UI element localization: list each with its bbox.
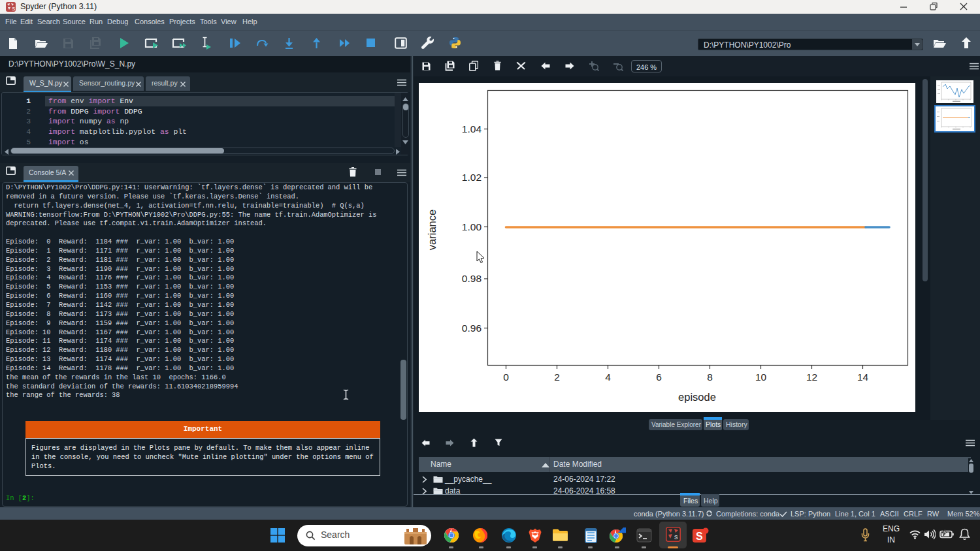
svg-text:1.02: 1.02 <box>462 172 482 183</box>
svg-text:s: s <box>674 533 678 541</box>
svg-text:8: 8 <box>707 371 713 383</box>
svg-text:12: 12 <box>806 371 817 383</box>
svg-text:S: S <box>696 531 703 542</box>
svg-text:14: 14 <box>857 371 869 383</box>
svg-text:4: 4 <box>605 371 611 383</box>
svg-text:1.00: 1.00 <box>462 221 482 232</box>
svg-text:0.96: 0.96 <box>462 323 482 334</box>
svg-text:10: 10 <box>755 371 767 383</box>
svg-text:variance: variance <box>426 210 438 250</box>
svg-text:6: 6 <box>656 371 662 383</box>
svg-text:episode: episode <box>678 391 716 403</box>
svg-text:2: 2 <box>554 371 560 383</box>
svg-text:1.04: 1.04 <box>462 123 482 134</box>
svg-text:s: s <box>12 5 16 12</box>
svg-text:0.98: 0.98 <box>462 273 482 284</box>
svg-text:0: 0 <box>503 371 509 383</box>
